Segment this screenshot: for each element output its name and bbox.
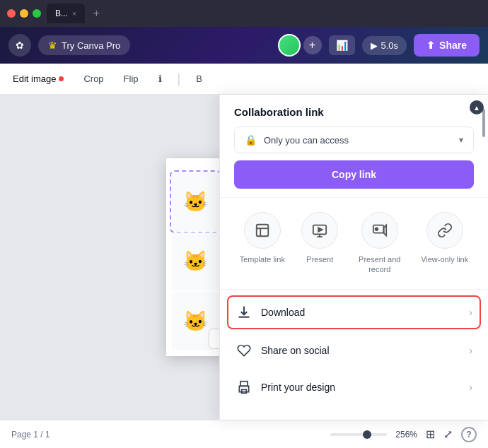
info-button[interactable]: ℹ [154, 71, 166, 87]
present-icon [301, 212, 338, 249]
active-tab[interactable]: B... × [47, 4, 85, 23]
access-label-container: Only you can access [264, 135, 452, 146]
flip-button[interactable]: Flip [120, 71, 143, 87]
share-social-icon [236, 343, 252, 358]
zoom-slider[interactable] [330, 433, 387, 436]
copy-link-label: Copy link [332, 169, 376, 180]
copy-link-button[interactable]: Copy link [234, 160, 474, 189]
quick-actions: Template link Present Pr [220, 198, 488, 290]
scroll-indicator [482, 109, 485, 137]
svg-marker-8 [383, 225, 386, 236]
zoom-value: 256% [395, 430, 417, 440]
access-label: Only you can access [264, 135, 349, 146]
help-button[interactable]: ? [461, 427, 477, 442]
add-icon: + [309, 39, 315, 52]
edit-image-button[interactable]: Edit image [8, 71, 68, 87]
main-area: ⧉ 🗑 ··· amer b 🐱 🐱 🌸 🐱 🐱 🌸 🐱 🐱 🌸 [0, 95, 488, 420]
access-dropdown[interactable]: 🔒 Only you can access ▾ [234, 126, 474, 153]
maximize-window-btn[interactable] [33, 9, 41, 18]
play-button[interactable]: ▶ 5.0s [362, 36, 407, 55]
download-label: Download [261, 307, 460, 318]
svg-rect-13 [242, 389, 247, 393]
share-social-chevron: › [469, 345, 472, 356]
view-only-link-action[interactable]: View-only link [421, 212, 468, 275]
present-action[interactable]: Present [301, 212, 338, 275]
status-bar: Page 1 / 1 256% ⊞ ⤢ ? [0, 420, 488, 448]
chevron-down-icon: ▾ [459, 135, 463, 145]
page-info: Page 1 / 1 [11, 430, 50, 440]
edit-image-label: Edit image [13, 73, 56, 84]
fullscreen-icon[interactable]: ⤢ [443, 428, 453, 441]
app-toolbar: ✿ ♛ Try Canva Pro + 📊 ▶ 5.0s ⬆ Share [0, 27, 488, 64]
edit-toolbar: Edit image Crop Flip ℹ | B [0, 64, 488, 95]
active-indicator [59, 76, 64, 81]
more-chevron: › [469, 418, 472, 420]
share-social-menu-item[interactable]: Share on social › [220, 332, 488, 369]
template-link-icon [244, 212, 281, 249]
grid-view-icon[interactable]: ⊞ [426, 428, 435, 441]
download-menu-item[interactable]: Download › [227, 295, 481, 329]
svg-rect-0 [257, 225, 269, 237]
share-panel: ▲ Collaboration link 🔒 Only you can acce… [219, 95, 488, 420]
scroll-up-btn[interactable]: ▲ [470, 100, 484, 114]
browser-chrome: B... × + [0, 0, 488, 27]
play-duration: 5.0s [381, 40, 399, 51]
tab-close-btn[interactable]: × [72, 10, 76, 18]
stats-icon: 📊 [336, 40, 348, 51]
try-pro-button[interactable]: ♛ Try Canva Pro [38, 35, 130, 55]
tab-label: B... [55, 8, 68, 18]
more-menu-item[interactable]: More › [220, 406, 488, 420]
crop-label: Crop [83, 73, 103, 84]
present-record-icon [361, 212, 398, 249]
menu-items: Download › Share on social › [220, 290, 488, 420]
info-icon: ℹ [158, 73, 162, 84]
emoji-cell: 🐱 [172, 232, 219, 291]
share-social-label: Share on social [261, 345, 460, 356]
help-label: ? [466, 430, 471, 440]
download-icon [236, 305, 252, 319]
print-menu-item[interactable]: Print your design › [220, 369, 488, 406]
pro-label: Try Canva Pro [62, 40, 120, 51]
svg-marker-6 [318, 228, 323, 232]
emoji-cell: 🐱 [172, 172, 219, 231]
slider-thumb[interactable] [363, 430, 371, 439]
avatar[interactable] [278, 34, 301, 57]
logo-icon: ✿ [16, 40, 24, 51]
new-tab-btn[interactable]: + [93, 7, 100, 20]
share-label: Share [439, 40, 467, 51]
template-link-label: Template link [240, 254, 285, 264]
present-record-action[interactable]: Present and record [355, 212, 405, 275]
template-link-action[interactable]: Template link [240, 212, 285, 275]
print-chevron: › [469, 382, 472, 393]
flip-label: Flip [124, 73, 139, 84]
lock-icon: 🔒 [245, 134, 257, 146]
view-only-link-label: View-only link [421, 254, 468, 264]
app-logo[interactable]: ✿ [8, 34, 31, 57]
svg-rect-11 [240, 381, 248, 386]
b-label: B [196, 73, 202, 84]
b-button[interactable]: B [192, 71, 207, 87]
stats-button[interactable]: 📊 [329, 35, 355, 55]
share-icon: ⬆ [426, 40, 435, 51]
share-button[interactable]: ⬆ Share [414, 34, 480, 57]
panel-title: Collaboration link [234, 106, 474, 118]
present-record-label: Present and record [355, 254, 405, 275]
close-window-btn[interactable] [7, 9, 16, 18]
window-controls [7, 9, 41, 18]
download-chevron: › [469, 307, 472, 318]
play-icon: ▶ [371, 40, 378, 51]
present-label: Present [306, 254, 333, 264]
panel-header: Collaboration link 🔒 Only you can access… [220, 95, 488, 198]
print-icon [236, 380, 252, 394]
more-icon [236, 417, 252, 420]
slider-track[interactable] [330, 433, 387, 436]
crop-button[interactable]: Crop [79, 71, 108, 87]
add-team-member-btn[interactable]: + [303, 36, 322, 54]
more-label: More [261, 418, 460, 420]
svg-point-9 [375, 228, 378, 230]
view-only-link-icon [426, 212, 463, 249]
crown-icon: ♛ [48, 40, 57, 51]
print-label: Print your design [261, 382, 460, 393]
minimize-window-btn[interactable] [20, 9, 28, 18]
